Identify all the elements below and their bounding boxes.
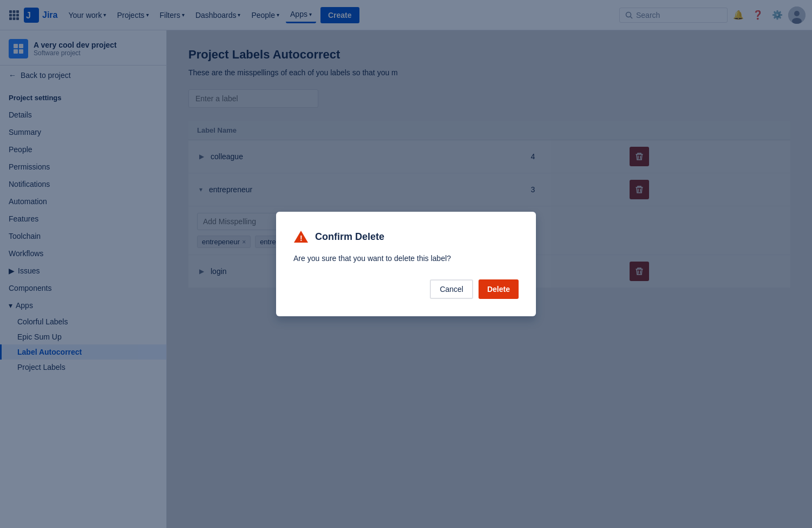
modal-overlay[interactable]: ! Confirm Delete Are you sure that you w…: [0, 0, 812, 528]
warning-triangle-icon: !: [293, 229, 309, 244]
warning-icon: !: [293, 229, 309, 244]
modal-footer: Cancel Delete: [293, 279, 519, 299]
svg-text:!: !: [300, 234, 303, 243]
cancel-button[interactable]: Cancel: [430, 279, 473, 299]
modal-header: ! Confirm Delete: [293, 229, 519, 244]
modal-body: Are you sure that you want to delete thi…: [293, 253, 519, 264]
confirm-delete-modal: ! Confirm Delete Are you sure that you w…: [276, 212, 536, 316]
delete-button[interactable]: Delete: [479, 279, 519, 299]
modal-title: Confirm Delete: [315, 231, 384, 243]
